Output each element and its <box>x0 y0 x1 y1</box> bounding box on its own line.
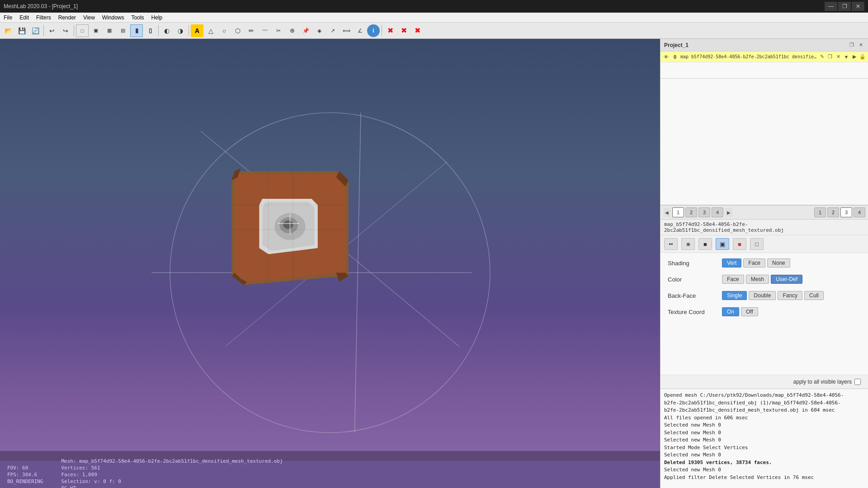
tab-r3[interactable]: 3 <box>840 207 852 217</box>
toolbar-sep-5 <box>382 25 382 36</box>
toolbar-tool-pin[interactable]: 📌 <box>299 24 312 37</box>
layer-action-6[interactable]: 🔒 <box>859 53 866 61</box>
menu-help[interactable]: Help <box>148 13 166 22</box>
right-panel: Project_1 ❐ ✕ 👁 0 map_b5f74d92-58e4-4056… <box>660 39 868 488</box>
toolbar-tool-add[interactable]: ⊕ <box>286 24 298 37</box>
project-header: Project_1 ❐ ✕ <box>660 39 868 52</box>
icon-wireframe[interactable]: ⋇ <box>681 238 695 250</box>
project-icon-btn-2[interactable]: ✕ <box>857 42 864 49</box>
toolbar-save[interactable]: 💾 <box>15 24 28 37</box>
toolbar-sep-1 <box>43 25 44 36</box>
tab-r4[interactable]: 4 <box>854 207 865 217</box>
toolbar-del2[interactable]: ✖ <box>397 24 410 37</box>
layer-num: 0 <box>670 54 680 60</box>
toolbar-view5[interactable]: ▮ <box>130 24 143 37</box>
shading-face[interactable]: Face <box>743 258 765 267</box>
layer-action-1[interactable]: ✎ <box>818 53 826 61</box>
tab-r2[interactable]: 2 <box>827 207 839 217</box>
menu-view[interactable]: View <box>80 13 99 22</box>
close-button[interactable]: ✕ <box>852 2 864 11</box>
project-icon-btn-1[interactable]: ❐ <box>848 42 855 49</box>
layer-action-2[interactable]: ❐ <box>826 53 834 61</box>
tab-1[interactable]: 1 <box>672 207 684 217</box>
toolbar-tool-info[interactable]: i <box>367 24 380 37</box>
tab-3[interactable]: 3 <box>698 207 710 217</box>
backface-double[interactable]: Double <box>749 291 776 300</box>
minimize-button[interactable]: — <box>825 2 837 11</box>
layer-action-5[interactable]: ▶ <box>851 53 858 61</box>
layer-name: map_b5f74d92-58e4-4056-b2fe-2bc2ab51f1bc… <box>680 54 818 59</box>
vertices-label: Vertices: 561 <box>61 465 283 471</box>
svg-point-11 <box>283 221 293 229</box>
toolbar-tool-cut[interactable]: ✂ <box>272 24 285 37</box>
toolbar-del1[interactable]: ✖ <box>384 24 396 37</box>
apply-all-checkbox[interactable] <box>854 379 861 385</box>
log-line-6: Selected new Mesh 0 <box>664 436 864 444</box>
icon-transparent[interactable]: □ <box>750 238 764 250</box>
titlebar: MeshLab 2020.03 - [Project_1] — ❐ ✕ <box>0 0 868 13</box>
toolbar-tool-select[interactable]: ⬡ <box>231 24 244 37</box>
toolbar-transform2[interactable]: ◑ <box>174 24 187 37</box>
fov-label: FOV: 60 <box>7 465 43 471</box>
log-line-8: Selected new Mesh 0 <box>664 451 864 459</box>
toolbar-view4[interactable]: ▤ <box>117 24 129 37</box>
log-line-9: Deleted 19305 vertices, 38734 faces. <box>664 459 864 467</box>
shading-vert[interactable]: Vert <box>722 258 741 267</box>
toolbar-tool-A[interactable]: A <box>191 24 203 37</box>
log-line-3: All files opened in 606 msec <box>664 414 864 422</box>
menu-tools[interactable]: Tools <box>128 13 148 22</box>
toolbar-open[interactable]: 📂 <box>2 24 14 37</box>
scroll-right[interactable]: ▶ <box>725 208 732 217</box>
shading-options: Vert Face None <box>722 258 790 267</box>
toolbar-reload[interactable]: 🔄 <box>29 24 42 37</box>
restore-button[interactable]: ❐ <box>838 2 851 11</box>
menu-windows[interactable]: Windows <box>99 13 128 22</box>
shading-none[interactable]: None <box>767 258 790 267</box>
backface-fancy[interactable]: Fancy <box>778 291 802 300</box>
toolbar-view2[interactable]: ▣ <box>90 24 102 37</box>
texcoord-on[interactable]: On <box>722 307 739 316</box>
toolbar-redo[interactable]: ↪ <box>59 24 72 37</box>
toolbar-tool-geom[interactable]: ◈ <box>313 24 326 37</box>
menu-filters[interactable]: Filters <box>33 13 55 22</box>
icon-color[interactable]: ■ <box>733 238 746 250</box>
tab-4[interactable]: 4 <box>712 207 723 217</box>
toolbar-view6[interactable]: ▯ <box>144 24 156 37</box>
texcoord-label: Texture Coord <box>668 309 722 315</box>
menu-edit[interactable]: Edit <box>16 13 33 22</box>
backface-single[interactable]: Single <box>722 291 747 300</box>
toolbar-del3[interactable]: ✖ <box>411 24 424 37</box>
toolbar-view3[interactable]: ▦ <box>103 24 116 37</box>
texcoord-off[interactable]: Off <box>741 307 758 316</box>
backface-cull[interactable]: Cull <box>804 291 824 300</box>
toolbar-tool-tri[interactable]: △ <box>204 24 217 37</box>
toolbar-tool-arrow[interactable]: ↗ <box>326 24 339 37</box>
color-mesh[interactable]: Mesh <box>746 275 769 284</box>
icon-points[interactable]: •• <box>664 238 678 250</box>
scroll-left[interactable]: ◀ <box>663 208 670 217</box>
toolbar-undo[interactable]: ↩ <box>46 24 58 37</box>
viewport[interactable]: FOV: 60 FPS: 384.6 BO_RENDERING Mesh: ma… <box>0 39 660 488</box>
main-layout: FOV: 60 FPS: 384.6 BO_RENDERING Mesh: ma… <box>0 39 868 488</box>
menu-file[interactable]: File <box>0 13 16 22</box>
tab-2[interactable]: 2 <box>685 207 697 217</box>
layer-item-0[interactable]: 👁 0 map_b5f74d92-58e4-4056-b2fe-2bc2ab51… <box>660 52 868 62</box>
layer-action-4[interactable]: ▼ <box>843 53 850 61</box>
icon-texture[interactable]: ▣ <box>716 238 729 250</box>
toolbar-transform1[interactable]: ◐ <box>160 24 173 37</box>
toolbar-tool-lasso[interactable]: 〰 <box>259 24 271 37</box>
icon-solid[interactable]: ■ <box>698 238 712 250</box>
tabs-left: 1 2 3 4 <box>672 207 723 217</box>
toolbar-view1[interactable]: □ <box>76 24 89 37</box>
color-face[interactable]: Face <box>722 275 744 284</box>
layer-action-3[interactable]: ✕ <box>835 53 842 61</box>
color-userdef[interactable]: User-Def <box>771 275 802 284</box>
toolbar-tool-sphere[interactable]: ○ <box>218 24 231 37</box>
toolbar-tool-pen[interactable]: ✏ <box>245 24 258 37</box>
menu-render[interactable]: Render <box>55 13 80 22</box>
tab-r1[interactable]: 1 <box>814 207 826 217</box>
svg-marker-15 <box>336 272 349 282</box>
log-line-0: Opened mesh C:/Users/ptk92/Downloads/map… <box>664 392 864 399</box>
toolbar-tool-measure[interactable]: ⟺ <box>340 24 353 37</box>
toolbar-tool-angle[interactable]: ∠ <box>354 24 366 37</box>
